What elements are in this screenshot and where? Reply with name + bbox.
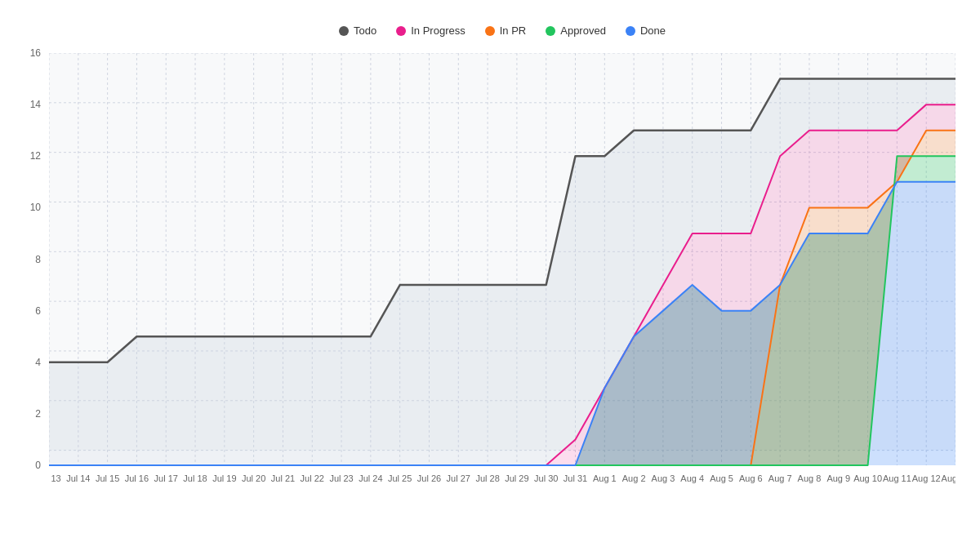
legend-todo: Todo [339, 24, 376, 37]
legend-label-approved: Approved [560, 24, 606, 37]
legend-dot-approved [546, 26, 555, 36]
legend-label-in-pr: In PR [500, 24, 527, 37]
legend-label-done: Done [640, 24, 666, 37]
legend-approved: Approved [546, 24, 606, 37]
legend-in-progress: In Progress [396, 24, 465, 37]
legend-in-pr: In PR [485, 24, 527, 37]
legend-done: Done [626, 24, 666, 37]
y-axis-labels: 0246810121416 [12, 53, 41, 465]
legend-label-in-progress: In Progress [411, 24, 465, 37]
chart-container: Todo In Progress In PR Approved Done [0, 0, 980, 551]
legend-label-todo: Todo [354, 24, 376, 37]
legend-dot-in-pr [485, 26, 495, 36]
chart-area: 0246810121416 0246810121416 [49, 53, 956, 498]
legend-dot-in-progress [396, 26, 406, 36]
legend-dot-todo [339, 26, 349, 36]
chart-legend: Todo In Progress In PR Approved Done [49, 24, 956, 37]
legend-dot-done [626, 26, 635, 36]
